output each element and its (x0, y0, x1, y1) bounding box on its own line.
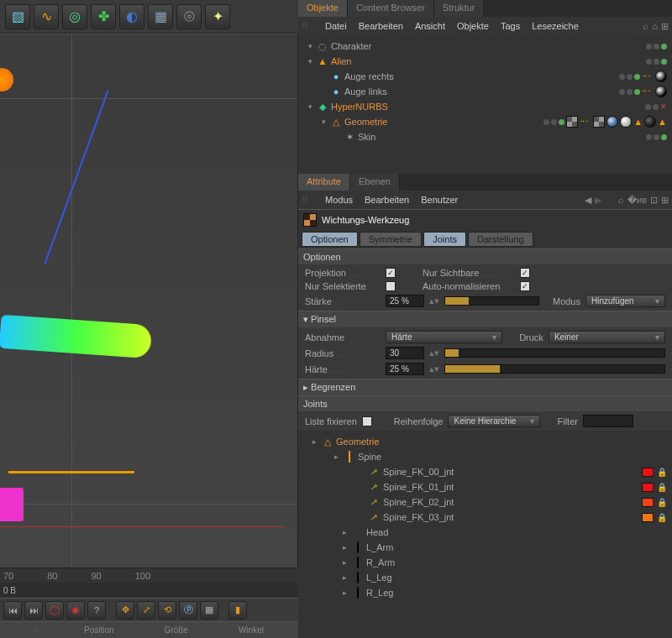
weight-swatch[interactable] (642, 513, 654, 522)
tl-key[interactable]: ? (87, 601, 106, 620)
chk-projektion[interactable] (386, 268, 396, 278)
tag-dots-icon[interactable]: ⠒⠂ (580, 118, 591, 126)
subtab-joints[interactable]: Joints (423, 232, 466, 247)
slider-haerte[interactable] (444, 364, 665, 374)
joint-row[interactable]: ▸Spine (303, 449, 667, 464)
tl-clip[interactable]: ▮ (228, 601, 247, 620)
chk-liste-fixieren[interactable] (362, 416, 372, 426)
tag-sky-icon[interactable] (606, 116, 618, 128)
lock-icon[interactable]: 🔒 (657, 498, 667, 507)
tree-row[interactable]: ▾ ◌ Charakter (300, 39, 670, 54)
slider-radius[interactable] (444, 348, 665, 358)
joint-row[interactable]: ▸R_Leg (303, 585, 667, 600)
section-optionen[interactable]: Optionen (298, 248, 672, 264)
tool-bool[interactable]: ◐ (119, 4, 144, 29)
joint-row[interactable]: ▸R_Arm (303, 555, 667, 570)
section-joints[interactable]: Joints (298, 395, 672, 411)
tl-rot[interactable]: ⟲ (158, 601, 176, 620)
tool-link[interactable]: ⦾ (176, 4, 202, 29)
select-druck[interactable]: Keiner (549, 331, 665, 343)
tag-dark-icon[interactable] (644, 116, 656, 128)
tl-autokey[interactable]: ◉ (66, 601, 85, 620)
subtab-symmetrie[interactable]: Symmetrie (360, 232, 423, 247)
am-bearbeiten[interactable]: Bearbeiten (365, 195, 409, 205)
lock-icon[interactable]: �ив (627, 195, 647, 206)
tl-next[interactable]: ⏭ (24, 601, 43, 620)
joint-row[interactable]: ▸L_Arm (303, 540, 667, 555)
weight-swatch[interactable] (642, 498, 654, 507)
object-manager-tree[interactable]: ▾ ◌ Charakter ▾ ▲ Alien ● Auge rechts⠒⠂ … (298, 35, 672, 174)
timeline-ruler[interactable]: 70 80 90 100 (0, 567, 298, 583)
expand-icon[interactable]: ⊞ (661, 195, 669, 206)
am-modus[interactable]: Modus (325, 195, 353, 205)
joint-row[interactable]: ▸Head (303, 525, 667, 540)
input-filter[interactable] (583, 415, 633, 427)
eye-icon[interactable]: ⊞ (661, 21, 669, 32)
search-icon[interactable]: ⌕ (643, 21, 648, 32)
expand-icon[interactable]: ▾ (306, 42, 314, 50)
tl-param[interactable]: Ⓟ (179, 601, 197, 620)
subtab-optionen[interactable]: Optionen (302, 232, 358, 247)
om-ansicht[interactable]: Ansicht (415, 21, 445, 31)
tree-row[interactable]: ✶ Skin (300, 129, 670, 144)
joint-row[interactable]: ⊸Spine_FK_00_jnt🔒 (303, 464, 667, 479)
tl-grid[interactable]: ▦ (200, 601, 218, 620)
om-datei[interactable]: Datei (325, 21, 347, 31)
tag-dots-icon[interactable]: ⠒⠂ (642, 87, 654, 96)
tl-prev[interactable]: ⏮ (3, 601, 22, 620)
tree-row[interactable]: ▾ △ Geometrie⠒⠂▲▲ (300, 114, 670, 129)
tl-move[interactable]: ✥ (116, 601, 134, 620)
tool-subdiv[interactable]: ◎ (62, 4, 87, 29)
tab-content-browser[interactable]: Content Browser (348, 0, 434, 17)
new-icon[interactable]: ⊡ (650, 195, 658, 206)
select-abnahme[interactable]: Härte (386, 331, 502, 343)
tag-tex-icon[interactable] (566, 116, 578, 128)
lock-icon[interactable]: 🔒 (657, 513, 667, 522)
expand-icon[interactable]: ▾ (306, 57, 314, 65)
tab-ebenen[interactable]: Ebenen (350, 174, 400, 191)
tree-row[interactable]: ▾ ◆ HyperNURBS✕ (300, 99, 670, 114)
tab-objekte[interactable]: Objekte (298, 0, 348, 17)
joint-row[interactable]: ⊸Spine_FK_02_jnt🔒 (303, 494, 667, 510)
om-objekte[interactable]: Objekte (457, 21, 489, 31)
search-icon[interactable]: ⌕ (618, 195, 624, 206)
joints-hierarchy[interactable]: ▸△Geometrie▸Spine⊸Spine_FK_00_jnt🔒⊸Spine… (298, 431, 672, 638)
select-modus[interactable]: Hinzufügen (585, 295, 665, 307)
tree-row[interactable]: ● Auge links⠒⠂ (300, 84, 670, 99)
subtab-darstellung[interactable]: Darstellung (468, 232, 533, 247)
om-lesez[interactable]: Lesezeiche (532, 21, 579, 31)
tag-ball-icon[interactable] (655, 71, 667, 82)
chk-nur-sichtbare[interactable] (520, 268, 530, 278)
joint-row[interactable]: ▸L_Leg (303, 570, 667, 585)
om-bearbeiten[interactable]: Bearbeiten (359, 21, 403, 31)
tag-tri-icon[interactable]: ▲ (658, 117, 667, 127)
lock-icon[interactable]: 🔒 (657, 468, 667, 477)
tool-cube[interactable]: ▧ (5, 4, 30, 29)
tag-ball-icon[interactable] (655, 86, 667, 97)
weight-swatch[interactable] (642, 468, 654, 477)
expand-icon[interactable]: ▾ (319, 118, 328, 126)
tl-record[interactable]: ◯ (45, 601, 64, 620)
select-reihenfolge[interactable]: Keine Hierarchie (448, 415, 540, 427)
chk-auto-norm[interactable] (520, 281, 530, 291)
section-pinsel[interactable]: Pinsel (298, 311, 672, 327)
input-staerke[interactable]: 25 % (386, 295, 424, 307)
jh-root[interactable]: Geometrie (336, 437, 379, 447)
tool-path[interactable]: ∿ (34, 4, 59, 29)
tag-dots-icon[interactable]: ⠒⠂ (642, 72, 654, 81)
input-haerte[interactable]: 25 % (386, 363, 424, 375)
tag-tri-icon[interactable]: ▲ (633, 117, 643, 127)
joint-row[interactable]: ⊸Spine_FK_01_jnt🔒 (303, 479, 667, 494)
tl-scale[interactable]: ⤢ (137, 601, 155, 620)
tag-white-icon[interactable] (620, 116, 632, 128)
nav-fwd-icon[interactable]: ▶ (595, 195, 601, 206)
tool-light[interactable]: ✦ (205, 4, 230, 29)
om-tags[interactable]: Tags (501, 21, 520, 31)
tool-clover[interactable]: ✤ (91, 4, 116, 29)
am-benutzer[interactable]: Benutzer (421, 195, 458, 205)
tool-floor[interactable]: ▦ (148, 4, 173, 29)
expand-icon[interactable]: ▾ (306, 102, 314, 111)
weight-swatch[interactable] (642, 483, 654, 492)
viewport[interactable] (0, 34, 298, 567)
section-begrenzen[interactable]: Begrenzen (298, 379, 672, 395)
